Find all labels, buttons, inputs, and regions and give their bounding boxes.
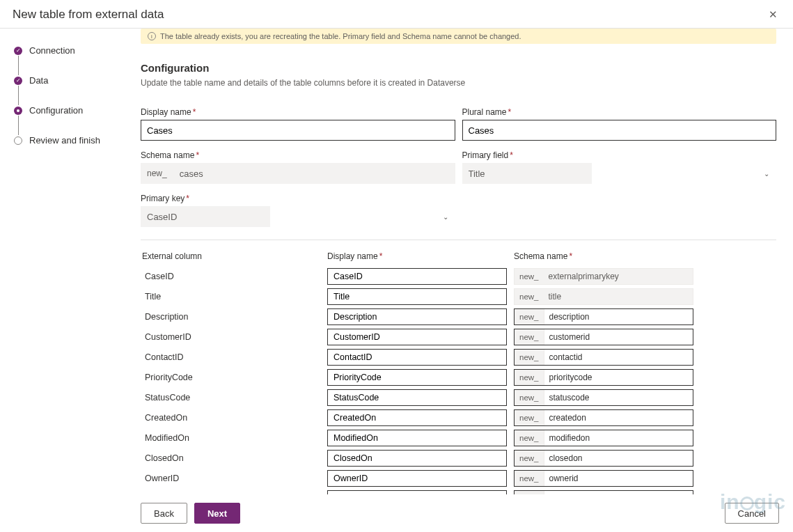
cancel-button[interactable]: Cancel bbox=[725, 503, 779, 524]
schema-name-label: Schema name bbox=[141, 150, 194, 160]
warning-text: The table already exists, you are recrea… bbox=[160, 32, 521, 40]
column-schema-name[interactable]: new_description bbox=[514, 308, 693, 325]
column-row: CreatedOnnew_createdon bbox=[141, 409, 776, 426]
primary-key-label: Primary key bbox=[141, 194, 184, 203]
wizard-steps: ConnectionDataConfigurationReview and fi… bbox=[0, 29, 124, 532]
column-schema-name[interactable]: new_statuscode bbox=[514, 389, 693, 406]
column-schema-name[interactable]: new_createdon bbox=[514, 409, 693, 426]
column-display-name-input[interactable] bbox=[327, 430, 507, 446]
column-display-name-input[interactable] bbox=[327, 450, 507, 467]
schema-value: statuscode bbox=[544, 390, 693, 405]
step-label: Review and finish bbox=[29, 135, 100, 146]
column-schema-name[interactable]: new_closedon bbox=[514, 450, 693, 467]
step-connector bbox=[18, 56, 19, 75]
primary-field-label: Primary field bbox=[462, 150, 509, 160]
column-row: Descriptionnew_description bbox=[141, 308, 776, 325]
back-button[interactable]: Back bbox=[141, 503, 187, 524]
primary-field-select[interactable] bbox=[462, 163, 592, 184]
schema-prefix: new_ bbox=[515, 329, 544, 345]
column-schema-name: new_title bbox=[514, 288, 693, 305]
column-display-name-input[interactable] bbox=[327, 329, 507, 345]
column-row: ClosedOnnew_closedon bbox=[141, 450, 776, 467]
schema-value: createdon bbox=[544, 410, 693, 425]
external-column-name: PriorityCode bbox=[141, 373, 320, 382]
info-icon: i bbox=[148, 32, 156, 40]
external-column-name: StatusCode bbox=[141, 393, 320, 402]
section-title: Configuration bbox=[141, 62, 776, 74]
column-display-name-input[interactable] bbox=[327, 308, 507, 325]
step-review-and-finish[interactable]: Review and finish bbox=[14, 135, 117, 146]
column-display-name-input[interactable] bbox=[327, 369, 507, 386]
col-header-schema: Schema name bbox=[514, 251, 567, 261]
step-label: Connection bbox=[29, 45, 75, 56]
column-row: ContactIDnew_contactid bbox=[141, 349, 776, 366]
plural-name-input[interactable] bbox=[462, 120, 777, 141]
section-desc: Update the table name and details of the… bbox=[141, 78, 776, 88]
column-schema-name: new_externalprimarykey bbox=[514, 268, 693, 285]
column-schema-name[interactable]: new_prioritycode bbox=[514, 369, 693, 386]
schema-value: title bbox=[544, 289, 693, 304]
step-dot-icon bbox=[14, 136, 22, 145]
schema-value: closedon bbox=[544, 451, 693, 466]
col-header-display: Display name bbox=[327, 251, 378, 261]
external-column-name: ModifiedOn bbox=[141, 433, 320, 443]
column-schema-name[interactable]: new_customerid bbox=[514, 329, 693, 345]
external-column-name: CustomerID bbox=[141, 332, 320, 342]
column-schema-name[interactable]: new_ownerid bbox=[514, 470, 693, 487]
step-dot-icon bbox=[14, 77, 22, 85]
external-column-name: ContactID bbox=[141, 352, 320, 362]
step-label: Configuration bbox=[29, 105, 83, 116]
column-row: CaseIDnew_externalprimarykey bbox=[141, 268, 776, 285]
schema-prefix: new_ bbox=[515, 390, 544, 405]
schema-name-input bbox=[173, 163, 455, 184]
step-label: Data bbox=[29, 75, 48, 86]
column-schema-name[interactable]: new_modifiedon bbox=[514, 430, 693, 446]
external-column-name: ClosedOn bbox=[141, 453, 320, 463]
column-display-name-input[interactable] bbox=[327, 349, 507, 366]
schema-value: externalprimarykey bbox=[544, 269, 693, 284]
schema-prefix: new_ bbox=[515, 309, 544, 324]
column-row: ModifiedOnnew_modifiedon bbox=[141, 430, 776, 446]
external-column-name: CaseID bbox=[141, 272, 320, 281]
schema-prefix: new_ bbox=[515, 350, 544, 365]
schema-value: contactid bbox=[544, 350, 693, 365]
schema-prefix: new_ bbox=[141, 163, 173, 184]
schema-prefix: new_ bbox=[515, 269, 544, 284]
step-dot-icon bbox=[14, 47, 22, 55]
close-icon[interactable]: ✕ bbox=[764, 7, 782, 22]
external-column-name: OwnerID bbox=[141, 474, 320, 483]
column-display-name-input[interactable] bbox=[327, 288, 507, 305]
column-row: OwnerIDnew_ownerid bbox=[141, 470, 776, 487]
schema-value: prioritycode bbox=[544, 370, 693, 385]
schema-value: customerid bbox=[544, 329, 693, 345]
schema-prefix: new_ bbox=[515, 289, 544, 304]
step-configuration[interactable]: Configuration bbox=[14, 105, 117, 116]
display-name-input[interactable] bbox=[141, 120, 455, 141]
primary-key-select[interactable] bbox=[141, 206, 270, 227]
column-schema-name[interactable]: new_contactid bbox=[514, 349, 693, 366]
column-display-name-input[interactable] bbox=[327, 470, 507, 487]
col-header-external: External column bbox=[141, 251, 320, 261]
schema-value: description bbox=[544, 309, 693, 324]
schema-value: ownerid bbox=[544, 471, 693, 486]
column-display-name-input[interactable] bbox=[327, 389, 507, 406]
column-display-name-input[interactable] bbox=[327, 268, 507, 285]
plural-name-label: Plural name bbox=[462, 107, 507, 117]
chevron-down-icon: ⌄ bbox=[443, 213, 448, 221]
step-connection[interactable]: Connection bbox=[14, 45, 117, 56]
divider bbox=[141, 240, 776, 240]
display-name-label: Display name bbox=[141, 107, 191, 117]
step-dot-icon bbox=[14, 107, 22, 115]
page-title: New table from external data bbox=[13, 8, 164, 22]
column-row: Titlenew_title bbox=[141, 288, 776, 305]
step-data[interactable]: Data bbox=[14, 75, 117, 86]
schema-prefix: new_ bbox=[515, 471, 544, 486]
column-row: StatusCodenew_statuscode bbox=[141, 389, 776, 406]
schema-prefix: new_ bbox=[515, 410, 544, 425]
column-row: PriorityCodenew_prioritycode bbox=[141, 369, 776, 386]
external-column-name: Description bbox=[141, 312, 320, 322]
schema-value: modifiedon bbox=[544, 430, 693, 446]
external-column-name: CreatedOn bbox=[141, 413, 320, 423]
next-button[interactable]: Next bbox=[194, 503, 240, 524]
column-display-name-input[interactable] bbox=[327, 409, 507, 426]
